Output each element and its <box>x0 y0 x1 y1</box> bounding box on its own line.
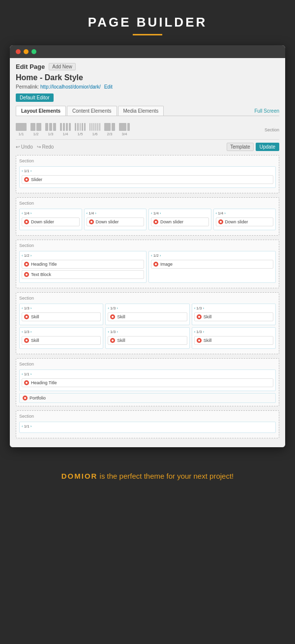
col-left[interactable]: ‹ <box>22 211 23 215</box>
image-element[interactable]: Image <box>151 260 273 269</box>
layout-icon-3-4[interactable]: 3/4 <box>119 123 130 136</box>
edit-page-label: Edit Page <box>16 63 45 70</box>
col-4-2-2: ‹ 1/3 › Skill <box>105 327 189 349</box>
element-icon <box>24 338 29 343</box>
skill-element-2[interactable]: Skill <box>108 312 187 321</box>
col-right-arrow[interactable]: › <box>30 169 32 173</box>
section-1-columns: ‹ 1/1 › Slider <box>19 166 276 188</box>
section-2-columns: ‹ 1/4 › Down slider ‹ 1/4 › <box>19 209 276 230</box>
element-icon <box>110 338 115 343</box>
skill-element-6[interactable]: Skill <box>194 336 273 345</box>
col-nav: ‹ 1/3 › <box>22 306 101 310</box>
column-1-1: ‹ 1/1 › Slider <box>19 166 276 188</box>
heading-title-element[interactable]: Heading Title <box>22 260 144 269</box>
portfolio-icon <box>23 396 28 400</box>
layout-icon-1-6[interactable]: 1/6 <box>89 123 100 136</box>
section-1: Section ‹ 1/1 › Slider <box>16 155 279 193</box>
section-2-label: Section <box>19 201 276 206</box>
down-slider-4[interactable]: Down slider <box>216 217 274 226</box>
col-nav-2-3: ‹ 1/4 › <box>151 211 209 215</box>
col-left-arrow[interactable]: ‹ <box>22 169 23 173</box>
header-area: PAGE BUILDER <box>0 0 295 45</box>
col-6-1: ‹ 1/1 › <box>19 422 276 433</box>
element-icon <box>24 272 29 277</box>
layout-icon-2-3[interactable]: 2/3 <box>104 123 115 136</box>
section-1-label: Section <box>19 158 276 163</box>
tab-content-elements[interactable]: Content Elements <box>67 106 117 116</box>
fullscreen-button[interactable]: Full Screen <box>254 108 279 114</box>
browser-dot-green[interactable] <box>31 49 36 54</box>
col-2-2: ‹ 1/4 › Down slider <box>84 209 147 230</box>
section-4-row1: ‹ 1/3 › Skill ‹ 1/3 › <box>19 304 276 325</box>
element-icon <box>153 262 158 267</box>
col-nav: ‹ 1/3 › <box>194 330 273 334</box>
col-4-1-1: ‹ 1/3 › Skill <box>19 304 103 325</box>
footer-tagline: DOMIOR is the perfect theme for your nex… <box>0 462 295 495</box>
permalink-url[interactable]: http://localhost/domior/dark/ <box>40 84 101 90</box>
permalink-edit-link[interactable]: Edit <box>104 84 113 90</box>
default-editor-button[interactable]: Default Editor <box>16 93 54 102</box>
col-4-1-2: ‹ 1/3 › Skill <box>105 304 189 325</box>
down-slider-3[interactable]: Down slider <box>151 217 209 226</box>
layout-icon-1-1[interactable]: 1/1 <box>16 123 27 136</box>
element-icon <box>197 338 202 343</box>
col-3-2: ‹ 1/2 › Image <box>148 251 276 283</box>
section-4-row2: ‹ 1/3 › Skill ‹ 1/3 › <box>19 327 276 349</box>
browser-dot-yellow[interactable] <box>24 49 29 54</box>
col-4-2-3: ‹ 1/3 › Skill <box>192 327 276 349</box>
layout-icon-1-3[interactable]: 1/3 <box>45 123 56 136</box>
section-3-label: Section <box>19 243 276 248</box>
tab-layout-elements[interactable]: Layout Elements <box>16 106 66 116</box>
col-nav: ‹ 1/3 › <box>194 306 273 310</box>
section-5-label: Section <box>19 362 276 367</box>
col-nav: ‹ 1/3 › <box>108 330 187 334</box>
edit-page-header: Edit Page Add New <box>16 63 279 70</box>
slider-element[interactable]: Slider <box>22 175 273 184</box>
skill-element-3[interactable]: Skill <box>194 312 273 321</box>
permalink-label: Permalink: <box>16 84 39 90</box>
browser-dot-red[interactable] <box>16 49 21 54</box>
slider-icon <box>24 177 29 182</box>
skill-element-1[interactable]: Skill <box>22 312 101 321</box>
col-2-4: ‹ 1/4 › Down slider <box>213 209 276 230</box>
col-nav-2-1: ‹ 1/4 › <box>22 211 80 215</box>
redo-button[interactable]: Redo <box>37 144 54 150</box>
text-block-element[interactable]: Text Block <box>22 270 144 279</box>
col-nav-6-1: ‹ 1/1 › <box>22 424 273 429</box>
col-nav: ‹ 1/3 › <box>22 330 101 334</box>
section-3: Section ‹ 1/2 › Heading Title Text Block <box>16 240 279 288</box>
col-nav-5-1: ‹ 1/1 › <box>22 372 273 376</box>
update-button[interactable]: Update <box>256 143 279 151</box>
col-nav: ‹ 1/3 › <box>108 306 187 310</box>
col-3-1: ‹ 1/2 › Heading Title Text Block <box>19 251 147 283</box>
section-3-columns: ‹ 1/2 › Heading Title Text Block <box>19 251 276 283</box>
tab-media-elements[interactable]: Media Elements <box>118 106 164 116</box>
permalink-row: Permalink: http://localhost/domior/dark/… <box>16 84 279 90</box>
page-builder-title: PAGE BUILDER <box>10 15 285 30</box>
col-nav-2-4: ‹ 1/4 › <box>216 211 274 215</box>
title-underline <box>133 34 162 35</box>
skill-element-4[interactable]: Skill <box>22 336 101 345</box>
template-button[interactable]: Template <box>227 143 254 151</box>
portfolio-label: Portfolio <box>30 396 46 400</box>
col-right[interactable]: › <box>30 211 32 215</box>
skill-element-5[interactable]: Skill <box>108 336 187 345</box>
down-slider-1[interactable]: Down slider <box>22 217 80 226</box>
add-new-button[interactable]: Add New <box>49 63 76 70</box>
col-2-3: ‹ 1/4 › Down slider <box>148 209 211 230</box>
col-fraction: 1/1 <box>24 169 30 173</box>
template-update-buttons: Template Update <box>227 143 279 151</box>
layout-icon-1-4[interactable]: 1/4 <box>60 123 71 136</box>
section-2: Section ‹ 1/4 › Down slider ‹ <box>16 197 279 236</box>
section-6: Section ‹ 1/1 › <box>16 410 279 438</box>
section-5: Section ‹ 1/1 › Heading Title Portfolio <box>16 358 279 406</box>
undo-button[interactable]: Undo <box>16 144 33 150</box>
layout-icon-1-5[interactable]: 1/5 <box>75 123 86 136</box>
down-slider-2[interactable]: Down slider <box>87 217 145 226</box>
layout-icon-1-2[interactable]: 1/2 <box>30 123 41 136</box>
element-icon <box>89 219 94 224</box>
portfolio-element[interactable]: Portfolio <box>19 393 276 403</box>
heading-title-5[interactable]: Heading Title <box>22 378 273 387</box>
element-icon <box>24 262 29 267</box>
col-nav-3-1: ‹ 1/2 › <box>22 253 144 258</box>
